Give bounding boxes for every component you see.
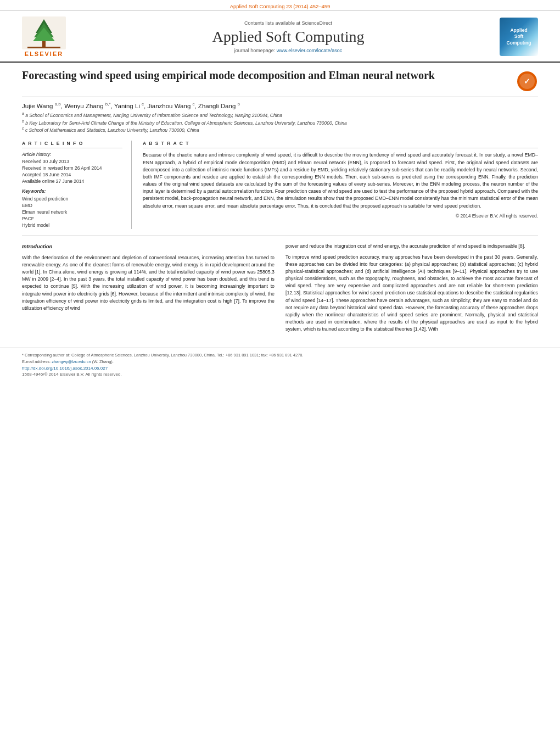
sciencedirect-line: Contents lists available at ScienceDirec… xyxy=(77,20,500,26)
crossmark-icon: ✓ xyxy=(516,70,538,92)
intro-para-3: To improve wind speed prediction accurac… xyxy=(285,254,538,333)
affiliation-b: b b Key Laboratory for Semi-Arid Climate… xyxy=(22,119,538,126)
keyword-3: Elman neural network xyxy=(22,209,122,215)
page: Applied Soft Computing 23 (2014) 452–459… xyxy=(0,0,560,742)
journal-citation: Applied Soft Computing 23 (2014) 452–459 xyxy=(230,3,331,9)
journal-header-center: Contents lists available at ScienceDirec… xyxy=(77,20,500,53)
elsevier-tree-icon xyxy=(22,16,66,49)
corresponding-author-note: * Corresponding author at: College of At… xyxy=(22,353,538,358)
email-note: E-mail address: zhangwy@lzu.edu.cn (W. Z… xyxy=(22,359,538,364)
keyword-5: Hybrid model xyxy=(22,222,122,228)
elsevier-branding: ELSEVIER xyxy=(11,16,77,57)
svg-text:✓: ✓ xyxy=(524,77,530,86)
intro-para-1: With the deterioration of the environmen… xyxy=(22,254,275,313)
revised-date: Received in revised form 26 April 2014 xyxy=(22,165,122,171)
issn-line: 1568-4946/© 2014 Elsevier B.V. All right… xyxy=(22,372,538,377)
authors-line: Jujie Wang a,b, Wenyu Zhang b,*, Yaning … xyxy=(22,102,538,109)
keyword-1: Wind speed prediction xyxy=(22,196,122,202)
section-divider xyxy=(22,236,538,236)
abstract-text: Because of the chaotic nature and intrin… xyxy=(143,152,538,210)
keyword-4: PACF xyxy=(22,216,122,221)
received-date: Received 30 July 2013 xyxy=(22,159,122,164)
journal-title: Applied Soft Computing xyxy=(77,28,500,46)
article-title: Forecasting wind speed using empirical m… xyxy=(22,68,516,82)
body-text-section: Introduction With the deterioration of t… xyxy=(22,243,538,336)
article-info-abstract-section: A R T I C L E I N F O Article history: R… xyxy=(22,141,538,229)
body-col-left: Introduction With the deterioration of t… xyxy=(22,243,275,336)
body-col-right: power and reduce the integration cost of… xyxy=(285,243,538,336)
article-info-column: A R T I C L E I N F O Article history: R… xyxy=(22,141,132,229)
journal-logo-box: AppliedSoftComputing xyxy=(500,18,538,56)
author-email-link[interactable]: zhangwy@lzu.edu.cn xyxy=(52,359,91,364)
journal-homepage-link[interactable]: www.elsevier.com/locate/asoc xyxy=(277,48,343,53)
available-date: Available online 27 June 2014 xyxy=(22,178,122,184)
article-title-section: Forecasting wind speed using empirical m… xyxy=(22,68,538,97)
history-label: Article history: xyxy=(22,152,122,157)
intro-para-2: power and reduce the integration cost of… xyxy=(285,243,538,250)
header: ELSEVIER Contents lists available at Sci… xyxy=(0,11,560,63)
keyword-2: EMD xyxy=(22,203,122,208)
elsevier-logo: ELSEVIER xyxy=(11,16,77,57)
journal-logo-area: AppliedSoftComputing xyxy=(500,18,544,56)
elsevier-wordmark: ELSEVIER xyxy=(25,51,63,57)
footer: * Corresponding author at: College of At… xyxy=(0,348,560,381)
affiliation-a: a a School of Economics and Management, … xyxy=(22,111,538,118)
main-content: Forecasting wind speed using empirical m… xyxy=(0,63,560,342)
accepted-date: Accepted 18 June 2014 xyxy=(22,172,122,177)
svg-rect-5 xyxy=(27,47,60,48)
article-info-label: A R T I C L E I N F O xyxy=(22,141,122,148)
journal-logo-text: AppliedSoftComputing xyxy=(507,27,531,46)
abstract-label: A B S T R A C T xyxy=(143,141,538,148)
abstract-column: A B S T R A C T Because of the chaotic n… xyxy=(132,141,538,229)
copyright-line: © 2014 Elsevier B.V. All rights reserved… xyxy=(143,213,538,219)
journal-homepage-line: journal homepage: www.elsevier.com/locat… xyxy=(77,48,500,53)
introduction-heading: Introduction xyxy=(22,243,275,250)
doi-link[interactable]: http://dx.doi.org/10.1016/j.asoc.2014.06… xyxy=(22,366,538,371)
affiliation-c: c c School of Mathematics and Statistics… xyxy=(22,126,538,133)
keywords-label: Keywords: xyxy=(22,188,122,194)
top-banner: Applied Soft Computing 23 (2014) 452–459 xyxy=(0,0,560,11)
